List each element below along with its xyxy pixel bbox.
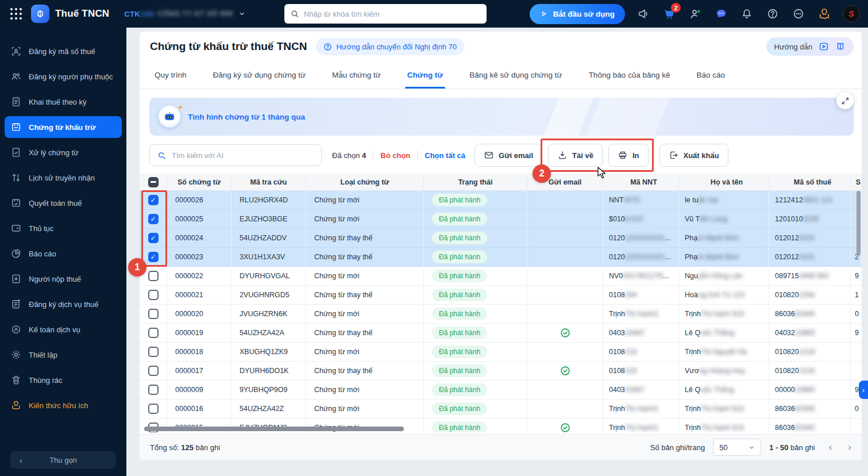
tab-quy-trình[interactable]: Quy trình bbox=[155, 62, 187, 89]
table-row[interactable]: ✓0000026RLU2HGRX4DChứng từ mớiĐã phát hà… bbox=[140, 191, 862, 210]
avatar[interactable]: S bbox=[843, 5, 860, 22]
bell-icon[interactable] bbox=[739, 6, 754, 21]
sidebar-item-doc-lines[interactable]: Khai thuế theo kỳ bbox=[5, 91, 122, 113]
tab-báo-cáo[interactable]: Báo cáo bbox=[697, 62, 726, 89]
tab-thông-báo-của-bảng-kê[interactable]: Thông báo của bảng kê bbox=[589, 62, 670, 89]
row-checkbox[interactable]: ✓ bbox=[148, 233, 159, 243]
send-email-button[interactable]: Gửi email bbox=[474, 144, 542, 167]
cell-ho-va-ten: Vương Hoàng Huy bbox=[679, 362, 769, 380]
cell-ma-nnt: Trịnh Thị Hạnh2 bbox=[603, 400, 679, 418]
sidebar-item-doc-plus[interactable]: Đăng ký dịch vụ thuế bbox=[5, 293, 122, 315]
ai-summary-banner[interactable]: ✦ Tình hình chứng từ 1 tháng qua bbox=[149, 98, 854, 136]
row-checkbox[interactable] bbox=[148, 366, 159, 376]
global-search-input[interactable] bbox=[304, 10, 481, 18]
row-checkbox[interactable] bbox=[148, 385, 159, 395]
app-logo-icon[interactable] bbox=[31, 5, 49, 23]
lamp-icon[interactable] bbox=[817, 6, 832, 21]
row-checkbox-cell bbox=[140, 324, 167, 342]
sidebar-item-gear[interactable]: Thiết lập bbox=[5, 344, 122, 366]
per-page-select[interactable]: 50 bbox=[713, 439, 761, 456]
sidebar-item-id-scan[interactable]: Đăng ký mã số thuế bbox=[5, 40, 122, 62]
cell-clipped bbox=[851, 343, 862, 361]
export-button[interactable]: Xuất khẩu bbox=[659, 144, 728, 167]
megaphone-icon[interactable] bbox=[636, 6, 651, 21]
sidebar-item-doc-badge[interactable]: Chứng từ khấu trừ bbox=[5, 116, 122, 138]
row-checkbox[interactable]: ✓ bbox=[148, 214, 159, 224]
global-search[interactable] bbox=[284, 4, 487, 24]
sidebar-item-doc-check-square[interactable]: Quyết toán thuế bbox=[5, 192, 122, 214]
row-checkbox[interactable] bbox=[148, 404, 159, 414]
tab-chứng-từ[interactable]: Chứng từ bbox=[407, 62, 443, 89]
table-row[interactable]: 0000022DYURHGVGALChứng từ mớiĐã phát hàn… bbox=[140, 267, 862, 286]
start-using-button[interactable]: Bắt đầu sử dụng bbox=[530, 4, 625, 24]
nd70-guide-link[interactable]: Hướng dẫn chuyển đổi Nghị định 70 bbox=[316, 38, 464, 55]
sidebar-item-doc-check[interactable]: Xử lý chứng từ bbox=[5, 141, 122, 163]
table-row[interactable]: ✓000002454UZHZADDVChứng từ thay thếĐã ph… bbox=[140, 229, 862, 248]
row-checkbox[interactable] bbox=[148, 347, 159, 357]
doc-plus-icon bbox=[10, 298, 22, 310]
email-sent-check-icon bbox=[560, 327, 571, 339]
next-page-button[interactable]: › bbox=[848, 442, 851, 453]
table-row[interactable]: ✓0000025EJUZHO3BGEChứng từ mớiĐã phát hà… bbox=[140, 210, 862, 229]
sidebar-item-wallet[interactable]: Thủ tục bbox=[5, 217, 122, 239]
table-row[interactable]: 0000020JVUGHZRN6KChứng từ mớiĐã phát hàn… bbox=[140, 305, 862, 324]
table-row[interactable]: 000001954UZHZA42AChứng từ thay thếĐã phá… bbox=[140, 324, 862, 343]
cell-ma-tra-cuu: XBUGHQ1ZK9 bbox=[232, 343, 306, 361]
select-all-link[interactable]: Chọn tất cả bbox=[425, 151, 465, 160]
help-guide-button[interactable]: Hướng dẫn bbox=[766, 37, 854, 56]
vertical-scrollbar[interactable] bbox=[857, 191, 861, 255]
status-badge: Đã phát hành bbox=[432, 327, 487, 339]
play-circle-icon[interactable] bbox=[819, 41, 829, 52]
print-button[interactable]: In bbox=[608, 144, 649, 167]
ai-robot-icon: ✦ bbox=[159, 106, 180, 128]
row-checkbox[interactable] bbox=[148, 309, 159, 319]
person-add-icon[interactable] bbox=[688, 6, 703, 21]
tab-bảng-kê-sử-dụng-chứng-từ[interactable]: Bảng kê sử dụng chứng từ bbox=[469, 62, 562, 89]
cart-icon[interactable]: 2 bbox=[662, 6, 677, 21]
people-icon bbox=[10, 71, 22, 82]
row-checkbox[interactable]: ✓ bbox=[148, 195, 159, 205]
sidebar-item-trash[interactable]: Thùng rác bbox=[5, 369, 122, 391]
company-selector[interactable]: CTK S99 CÔNG TY KT SỐ 999 bbox=[124, 10, 245, 18]
table-row[interactable]: ✓00000233XU1H1XA3VChứng từ thay thếĐã ph… bbox=[140, 248, 862, 267]
sidebar-item-arrows-vertical[interactable]: Lịch sử truyền nhận bbox=[5, 167, 122, 189]
row-checkbox[interactable] bbox=[148, 271, 159, 281]
row-checkbox[interactable] bbox=[148, 328, 159, 338]
help-icon[interactable] bbox=[765, 6, 780, 21]
ai-search[interactable] bbox=[149, 144, 322, 166]
table-row[interactable]: 000001654UZHZA42ZChứng từ mớiĐã phát hàn… bbox=[140, 400, 862, 419]
ai-search-input[interactable] bbox=[172, 151, 314, 160]
tab-đăng-ký-sử-dụng-chứng-từ[interactable]: Đăng ký sử dụng chứng từ bbox=[213, 62, 306, 89]
cell-ma-nnt: 0108218 bbox=[603, 343, 679, 361]
row-checkbox[interactable]: ✓ bbox=[148, 252, 159, 262]
horizontal-scrollbar[interactable] bbox=[144, 427, 404, 431]
tab-mẫu-chứng-từ[interactable]: Mẫu chứng từ bbox=[332, 62, 381, 89]
select-all-checkbox[interactable] bbox=[148, 177, 159, 187]
expand-icon[interactable] bbox=[836, 92, 854, 109]
sidebar-item-pie-chart[interactable]: Báo cáo bbox=[5, 243, 122, 264]
chat-icon[interactable] bbox=[713, 6, 728, 21]
sidebar-item-people[interactable]: Đăng ký người phụ thuộc bbox=[5, 66, 122, 87]
cell-ma-so-thue: 0120120101 bbox=[769, 248, 851, 266]
download-button[interactable]: Tải về bbox=[548, 144, 603, 167]
table-row[interactable]: 0000018XBUGHQ1ZK9Chứng từ mớiĐã phát hàn… bbox=[140, 343, 862, 362]
row-checkbox[interactable] bbox=[148, 290, 159, 300]
app-grid-icon[interactable] bbox=[10, 8, 22, 20]
side-panel-toggle[interactable]: › bbox=[859, 381, 868, 399]
cell-ma-so-thue: 0897153456 982 bbox=[769, 267, 851, 285]
cell-ma-nnt: $0108.010 bbox=[603, 210, 679, 228]
table-row[interactable]: 0000017DYURH6DO1KChứng từ thay thếĐã phá… bbox=[140, 362, 862, 381]
book-icon[interactable] bbox=[835, 41, 846, 52]
sidebar-item-lamp-book[interactable]: Kiến thức hữu ích bbox=[5, 394, 122, 416]
ellipsis-icon[interactable] bbox=[791, 6, 806, 21]
sidebar-item-label: Đăng ký dịch vụ thuế bbox=[29, 300, 98, 309]
sidebar-item-id-card[interactable]: Người nộp thuế bbox=[5, 268, 122, 290]
collapse-sidebar-button[interactable]: ‹ Thu gọn bbox=[10, 451, 116, 469]
deselect-link[interactable]: Bỏ chọn bbox=[380, 151, 410, 160]
table-row[interactable]: 00000212VUGHNRGD5Chứng từ thay thếĐã phá… bbox=[140, 286, 862, 305]
gear-icon bbox=[10, 349, 22, 360]
sidebar-item-circle-a[interactable]: Kế toán dịch vụ bbox=[5, 318, 122, 340]
table-row[interactable]: 00000099YUBHQP9O9Chứng từ mớiĐã phát hàn… bbox=[140, 381, 862, 400]
prev-page-button[interactable]: ‹ bbox=[829, 442, 832, 453]
annotation-step-2-marker: 2 bbox=[533, 164, 551, 183]
